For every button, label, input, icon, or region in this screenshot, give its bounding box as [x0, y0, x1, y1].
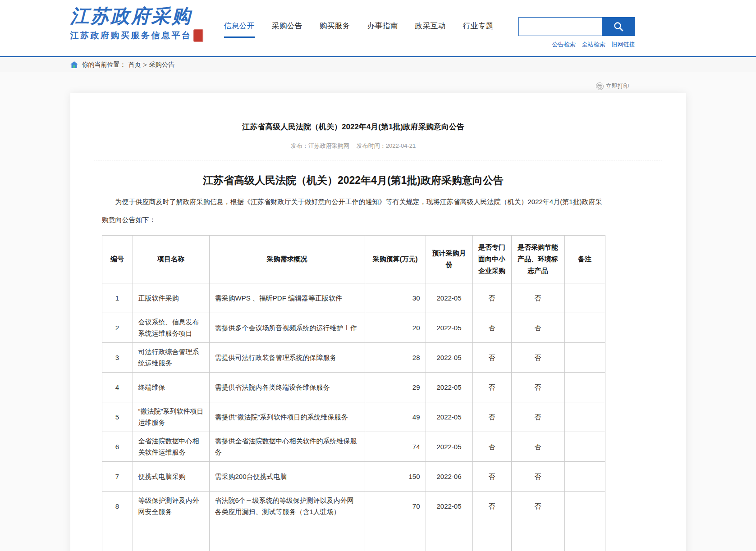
cell-month: 2022-05 — [426, 313, 472, 342]
nav-item-0[interactable]: 信息公开 — [224, 21, 255, 38]
table-row: 3司法行政综合管理系统运维服务需提供司法行政装备管理系统的保障服务282022-… — [102, 342, 605, 372]
cell-name: 全省法院数据中心相关软件运维服务 — [133, 432, 209, 461]
cell-no: 4 — [102, 372, 133, 402]
main-content: 立即打印 江苏省高级人民法院（机关）2022年4月(第1批)政府采购意向公告 发… — [0, 72, 756, 551]
breadcrumb-prefix: 你的当前位置： — [82, 61, 126, 69]
cell-no: 5 — [102, 402, 133, 432]
cell-sme: 否 — [472, 461, 511, 491]
cell-no: 3 — [102, 342, 133, 372]
search-input[interactable] — [518, 17, 602, 36]
breadcrumb-separator: > — [143, 61, 147, 68]
cell-budget — [365, 521, 426, 551]
cell-name: “微法院”系列软件项目运维服务 — [133, 402, 209, 432]
print-button[interactable]: 立即打印 — [596, 82, 629, 90]
cell-green: 否 — [511, 432, 564, 461]
article-meta: 发布：江苏政府采购网发布时间：2022-04-21 — [102, 142, 605, 150]
cell-budget: 30 — [365, 283, 426, 313]
cell-green: 否 — [511, 372, 564, 402]
notice-body: 为便于供应商及时了解政府采购信息，根据《江苏省财政厅关于做好意向公开工作的通知》… — [102, 193, 605, 229]
cell-budget: 150 — [365, 461, 426, 491]
article-title: 江苏省高级人民法院（机关）2022年4月(第1批)政府采购意向公告 — [102, 122, 605, 132]
column-header-sme: 是否专门面向中小企业采购 — [472, 235, 511, 283]
table-row: 4终端维保需提供省法院内各类终端设备维保服务292022-05否否 — [102, 372, 605, 402]
cell-remark — [564, 342, 605, 372]
cell-sme: 否 — [472, 283, 511, 313]
breadcrumb-current[interactable]: 采购公告 — [149, 61, 174, 69]
cell-remark — [564, 461, 605, 491]
search-area: 公告检索全站检索旧网链接 — [518, 0, 635, 56]
publish-time-value: 2022-04-21 — [386, 142, 416, 149]
nav-item-4[interactable]: 政采互动 — [415, 21, 446, 38]
cell-month: 2022-05 — [426, 342, 472, 372]
cell-desc: 需采购200台便携式电脑 — [209, 461, 365, 491]
nav-item-2[interactable]: 购买服务 — [320, 21, 350, 38]
table-header-row: 编号项目名称采购需求概况采购预算(万元)预计采购月份是否专门面向中小企业采购是否… — [102, 235, 605, 283]
table-row: 7便携式电脑采购需采购200台便携式电脑1502022-06否否 — [102, 461, 605, 491]
cell-name: 便携式电脑采购 — [133, 461, 209, 491]
site-logo[interactable]: 江苏政府采购 江苏政府购买服务信息平台 — [70, 0, 203, 56]
cell-month: 2022-06 — [426, 461, 472, 491]
publish-time-label: 发布时间： — [357, 142, 386, 149]
red-seal-icon — [193, 29, 203, 42]
cell-desc: 需提供全省法院数据中心相关软件的系统维保服务 — [209, 432, 365, 461]
print-label: 立即打印 — [606, 82, 629, 90]
search-button[interactable] — [602, 17, 635, 36]
printer-icon — [596, 82, 604, 90]
cell-sme: 否 — [472, 372, 511, 402]
cell-green: 否 — [511, 402, 564, 432]
cell-month: 2022-05 — [426, 432, 472, 461]
cell-name: 司法行政综合管理系统运维服务 — [133, 342, 209, 372]
table-row: 6全省法院数据中心相关软件运维服务需提供全省法院数据中心相关软件的系统维保服务7… — [102, 432, 605, 461]
publisher-label: 发布： — [291, 142, 308, 149]
column-header-green: 是否采购节能产品、环境标志产品 — [511, 235, 564, 283]
publisher-value: 江苏政府采购网 — [308, 142, 349, 149]
procurement-intent-table: 编号项目名称采购需求概况采购预算(万元)预计采购月份是否专门面向中小企业采购是否… — [102, 235, 605, 551]
cell-green: 否 — [511, 491, 564, 521]
cell-name — [133, 521, 209, 551]
cell-sme: 否 — [472, 432, 511, 461]
cell-no: 8 — [102, 491, 133, 521]
cell-month: 2022-05 — [426, 491, 472, 521]
cell-no: 6 — [102, 432, 133, 461]
cell-no: 1 — [102, 283, 133, 313]
nav-item-5[interactable]: 行业专题 — [463, 21, 494, 38]
main-nav: 信息公开采购公告购买服务办事指南政采互动行业专题 — [224, 0, 511, 56]
article-card: 江苏省高级人民法院（机关）2022年4月(第1批)政府采购意向公告 发布：江苏政… — [70, 93, 686, 551]
search-icon — [613, 21, 624, 32]
cell-budget: 49 — [365, 402, 426, 432]
search-link-0[interactable]: 公告检索 — [552, 41, 576, 48]
cell-green: 否 — [511, 461, 564, 491]
cell-remark — [564, 432, 605, 461]
column-header-month: 预计采购月份 — [426, 235, 472, 283]
cell-month: 2022-05 — [426, 372, 472, 402]
cell-no — [102, 521, 133, 551]
cell-name: 正版软件采购 — [133, 283, 209, 313]
cell-budget: 20 — [365, 313, 426, 342]
table-row: 2会议系统、信息发布系统运维服务项目需提供多个会议场所音视频系统的运行维护工作2… — [102, 313, 605, 342]
cell-no: 7 — [102, 461, 133, 491]
cell-remark — [564, 521, 605, 551]
search-link-2[interactable]: 旧网链接 — [612, 41, 635, 48]
nav-item-1[interactable]: 采购公告 — [272, 21, 302, 38]
cell-desc — [209, 521, 365, 551]
cell-remark — [564, 491, 605, 521]
cell-remark — [564, 313, 605, 342]
cell-desc: 需采购WPS 、福昕PDF 编辑器等正版软件 — [209, 283, 365, 313]
cell-desc: 需提供司法行政装备管理系统的保障服务 — [209, 342, 365, 372]
cell-remark — [564, 372, 605, 402]
cell-green — [511, 521, 564, 551]
cell-remark — [564, 402, 605, 432]
breadcrumb: 你的当前位置： 首页 > 采购公告 — [0, 56, 756, 72]
cell-name: 终端维保 — [133, 372, 209, 402]
cell-sme: 否 — [472, 313, 511, 342]
table-row — [102, 521, 605, 551]
search-link-1[interactable]: 全站检索 — [582, 41, 605, 48]
column-header-budget: 采购预算(万元) — [365, 235, 426, 283]
home-icon[interactable] — [70, 61, 78, 68]
breadcrumb-home-link[interactable]: 首页 — [128, 61, 141, 69]
cell-name: 等级保护测评及内外网安全服务 — [133, 491, 209, 521]
cell-month — [426, 521, 472, 551]
intent-table-body: 1正版软件采购需采购WPS 、福昕PDF 编辑器等正版软件302022-05否否… — [102, 283, 605, 551]
cell-month: 2022-05 — [426, 402, 472, 432]
nav-item-3[interactable]: 办事指南 — [367, 21, 398, 38]
